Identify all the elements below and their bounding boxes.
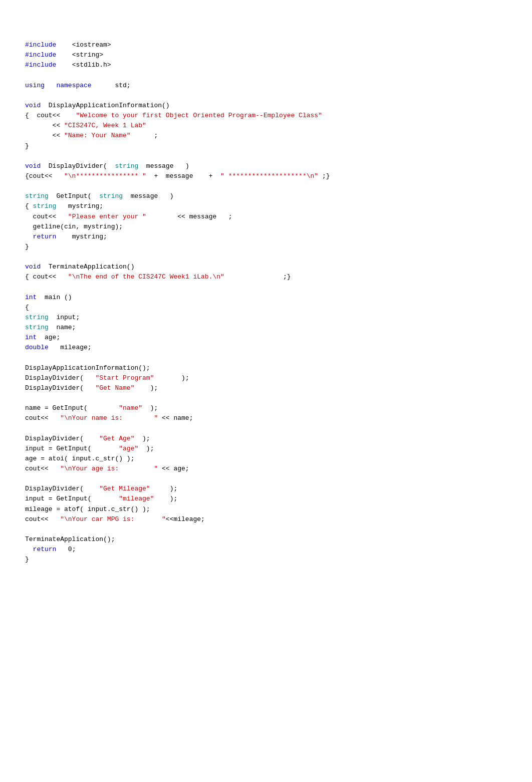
code-token: mystring;: [56, 233, 107, 240]
code-line: DisplayDivider( "Get Mileage" );: [25, 484, 507, 494]
code-token: );: [134, 384, 158, 392]
code-line: {: [25, 303, 507, 313]
code-line: [25, 283, 507, 293]
code-token: " ********************\n": [220, 172, 318, 180]
code-line: [25, 151, 507, 161]
code-token: "\nYour age is: ": [60, 465, 158, 472]
code-token: "mileage": [119, 495, 154, 502]
code-token: "Get Mileage": [99, 485, 150, 492]
code-token: ;}: [318, 172, 330, 180]
code-token: "Start Program": [95, 374, 154, 382]
code-line: << "CIS247C, Week 1 Lab": [25, 121, 507, 131]
code-line: string GetInput( string message ): [25, 191, 507, 201]
code-token: string: [25, 314, 49, 321]
code-token: {: [25, 304, 29, 311]
code-line: DisplayApplicationInformation();: [25, 363, 507, 373]
code-token: GetInput(: [49, 192, 99, 200]
code-token: string: [115, 162, 138, 170]
code-line: {cout<< "\n**************** " + message …: [25, 171, 507, 181]
code-token: "Name: Your Name": [64, 132, 131, 139]
code-token: + message +: [146, 172, 220, 180]
code-token: { cout<<: [25, 112, 76, 119]
code-token: mystring;: [56, 202, 103, 210]
code-line: [25, 353, 507, 363]
code-token: { cout<<: [25, 273, 68, 281]
code-token: [25, 546, 33, 553]
code-token: #include: [25, 61, 56, 69]
code-token: <<mileage;: [166, 515, 205, 523]
code-line: double mileage;: [25, 343, 507, 353]
code-token: );: [154, 374, 189, 382]
code-token: <stdlib.h>: [56, 61, 111, 69]
code-token: );: [134, 435, 150, 442]
code-token: int: [25, 294, 37, 301]
code-token: <<: [25, 122, 64, 129]
code-line: DisplayDivider( "Start Program" );: [25, 373, 507, 383]
code-token: << age;: [158, 465, 189, 472]
code-line: cout<< "\nYour age is: " << age;: [25, 464, 507, 474]
code-line: void DisplayApplicationInformation(): [25, 101, 507, 111]
code-token: namespace: [56, 82, 91, 89]
code-token: DisplayDivider(: [25, 485, 99, 492]
code-line: DisplayDivider( "Get Name" );: [25, 383, 507, 393]
code-line: { cout<< "Welcome to your first Object O…: [25, 111, 507, 121]
code-line: return mystring;: [25, 232, 507, 242]
code-line: [25, 393, 507, 403]
code-editor: #include <iostream>#include <string>#inc…: [25, 30, 507, 565]
code-token: main (): [37, 294, 72, 301]
code-token: string: [99, 192, 123, 200]
code-line: void DisplayDivider( string message ): [25, 161, 507, 171]
code-token: "Please enter your ": [68, 213, 146, 220]
code-token: using: [25, 82, 45, 89]
code-token: "name": [119, 404, 142, 412]
code-token: "Welcome to your first Object Oriented P…: [76, 112, 322, 119]
code-token: return: [33, 233, 57, 240]
code-line: int main (): [25, 293, 507, 303]
code-line: int age;: [25, 333, 507, 343]
code-token: DisplayDivider(: [25, 384, 95, 392]
code-token: name;: [49, 324, 76, 331]
code-token: ;}: [224, 273, 291, 281]
code-token: ;: [131, 132, 158, 139]
code-token: cout<<: [25, 515, 60, 523]
code-line: string name;: [25, 323, 507, 333]
code-line: getline(cin, mystring);: [25, 222, 507, 232]
code-token: int: [25, 334, 37, 341]
code-token: DisplayDivider(: [25, 374, 95, 382]
code-token: "Get Age": [99, 435, 134, 442]
code-line: [25, 91, 507, 101]
code-token: );: [150, 485, 178, 492]
code-line: return 0;: [25, 545, 507, 555]
code-token: "\n**************** ": [64, 172, 146, 180]
code-line: cout<< "Please enter your " << message ;: [25, 212, 507, 222]
code-token: );: [138, 445, 154, 452]
code-token: string: [25, 192, 49, 200]
code-token: TerminateApplication();: [25, 536, 115, 543]
code-line: using namespace std;: [25, 81, 507, 91]
code-line: [25, 252, 507, 262]
code-token: #include: [25, 41, 56, 49]
code-token: age = atoi( input.c_str() );: [25, 455, 134, 462]
code-token: cout<<: [25, 465, 60, 472]
code-token: void: [25, 102, 41, 109]
code-line: DisplayDivider( "Get Age" );: [25, 434, 507, 444]
code-token: mileage;: [49, 344, 92, 351]
code-token: 0;: [56, 546, 76, 553]
code-token: [25, 233, 33, 240]
code-line: #include <iostream>: [25, 40, 507, 50]
code-token: string: [25, 324, 49, 331]
code-token: mileage = atof( input.c_str() );: [25, 505, 150, 513]
code-token: DisplayDivider(: [41, 162, 115, 170]
code-line: #include <stdlib.h>: [25, 60, 507, 70]
code-token: "\nYour car MPG is: ": [60, 515, 166, 523]
code-token: }: [25, 243, 29, 250]
code-token: TerminateApplication(): [41, 263, 134, 271]
code-token: name = GetInput(: [25, 404, 119, 412]
code-token: void: [25, 162, 41, 170]
code-token: "Get Name": [95, 384, 134, 392]
code-token: #include: [25, 51, 56, 59]
code-line: { string mystring;: [25, 201, 507, 211]
code-line: << "Name: Your Name" ;: [25, 131, 507, 141]
code-line: name = GetInput( "name" );: [25, 403, 507, 413]
code-token: getline(cin, mystring);: [25, 223, 123, 230]
